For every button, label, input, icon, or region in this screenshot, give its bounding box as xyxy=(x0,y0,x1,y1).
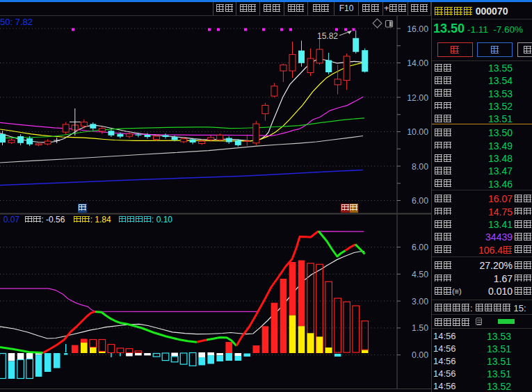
svg-text:6.00: 6.00 xyxy=(412,243,428,252)
svg-text:1.50: 1.50 xyxy=(412,323,428,333)
svg-text:12.00: 12.00 xyxy=(407,93,428,103)
svg-text:16.00: 16.00 xyxy=(407,24,428,34)
svg-text:8.00: 8.00 xyxy=(412,162,428,172)
svg-text:6.00: 6.00 xyxy=(412,196,428,206)
svg-text:3.00: 3.00 xyxy=(412,297,428,307)
svg-text:0.00: 0.00 xyxy=(412,350,428,360)
svg-text:14.00: 14.00 xyxy=(407,58,428,68)
svg-text:10.00: 10.00 xyxy=(407,127,428,137)
svg-text:15.82: 15.82 xyxy=(317,31,338,41)
svg-text:4.50: 4.50 xyxy=(412,270,428,279)
